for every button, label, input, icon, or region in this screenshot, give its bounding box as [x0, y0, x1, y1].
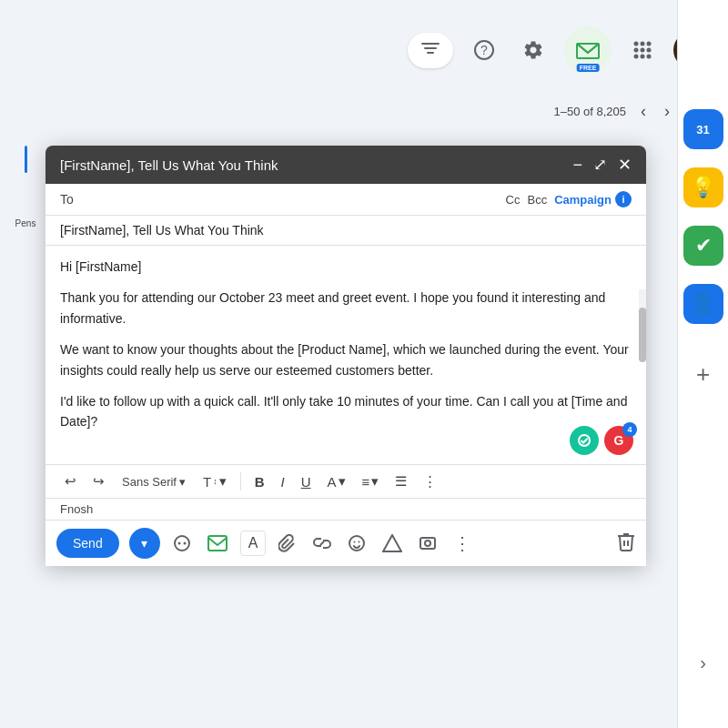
compose-body[interactable]: Hi [FirstName] Thank you for attending o… — [46, 246, 646, 464]
cc-button[interactable]: Cc — [506, 193, 521, 207]
close-button[interactable]: ✕ — [618, 155, 632, 175]
font-color-bottom-button[interactable]: A — [240, 531, 267, 556]
compose-subject-row: [FirstName], Tell Us What You Think — [46, 216, 646, 246]
list-button[interactable]: ☰ — [390, 470, 411, 492]
list-icon: ☰ — [395, 473, 407, 490]
body-para2: We want to know your thoughts about the … — [60, 339, 632, 380]
italic-button[interactable]: I — [277, 471, 289, 492]
emoji-button[interactable] — [344, 531, 369, 556]
compose-window: [FirstName], Tell Us What You Think − ⤢ … — [46, 146, 646, 566]
svg-point-8 — [647, 42, 652, 46]
grammarly-badge: 4 — [622, 422, 637, 437]
notes-sidebar-button[interactable]: 💡 — [683, 167, 723, 207]
svg-point-17 — [177, 542, 180, 545]
grammarly-button[interactable]: G 4 — [604, 426, 633, 455]
attach-button[interactable] — [275, 531, 300, 556]
font-family-select[interactable]: Sans Serif ▾ — [116, 472, 191, 491]
cc-bcc-group: Cc Bcc — [506, 193, 548, 207]
pens-label: Pens — [15, 218, 36, 228]
notes-icon: 💡 — [691, 176, 715, 199]
photo-button[interactable] — [415, 531, 440, 556]
gmail-send-button[interactable] — [204, 531, 231, 555]
font-size-icon: T — [203, 474, 211, 490]
align-icon: ≡ — [362, 474, 370, 490]
right-sidebar: 31 💡 ✔ 👤 + › — [677, 0, 728, 728]
font-size-button[interactable]: T↕▾ — [198, 470, 231, 492]
left-accent-bar — [25, 146, 27, 173]
svg-text:?: ? — [480, 43, 488, 57]
svg-point-15 — [579, 435, 590, 446]
campaign-label: Campaign — [554, 193, 612, 207]
left-panel: Pens — [0, 127, 51, 582]
calendar-icon: 31 — [696, 123, 709, 136]
plugin-overlay: G 4 — [570, 426, 633, 455]
minimize-button[interactable]: − — [572, 156, 582, 175]
redo-button[interactable]: ↪ — [88, 470, 109, 492]
sidebar-chevron-icon[interactable]: › — [700, 652, 706, 673]
compose-title: [FirstName], Tell Us What You Think — [60, 157, 278, 173]
calendar-sidebar-button[interactable]: 31 — [683, 109, 723, 149]
tasks-sidebar-button[interactable]: ✔ — [683, 226, 723, 266]
font-color-button[interactable]: A ▾ — [323, 470, 350, 492]
delete-button[interactable] — [617, 531, 635, 556]
svg-point-14 — [647, 55, 652, 59]
send-button[interactable]: Send — [56, 529, 119, 558]
prev-page-button[interactable]: ‹ — [637, 100, 650, 123]
gmail-icon[interactable]: FREE — [564, 26, 612, 74]
font-family-label: Sans Serif — [122, 475, 177, 489]
subject-text[interactable]: [FirstName], Tell Us What You Think — [60, 223, 264, 238]
more-options-button[interactable]: ⋮ — [450, 529, 475, 558]
svg-point-18 — [183, 542, 186, 545]
send-label: Send — [73, 536, 103, 551]
next-page-button[interactable]: › — [661, 100, 673, 123]
bold-button[interactable]: B — [250, 471, 269, 492]
contacts-icon: 👤 — [691, 292, 715, 316]
pagination-row: 1–50 of 8,205 ‹ › — [0, 100, 728, 130]
body-para3: I'd like to follow up with a quick call.… — [60, 391, 632, 432]
top-bar-icons: ? FREE e — [408, 26, 710, 74]
svg-point-6 — [634, 42, 639, 46]
font-color-chevron-icon: ▾ — [339, 473, 346, 490]
drive-button[interactable] — [379, 531, 406, 556]
svg-point-11 — [647, 48, 652, 53]
font-color-icon: A — [328, 474, 337, 490]
expand-button[interactable]: ⤢ — [593, 155, 607, 175]
apps-button[interactable] — [624, 32, 661, 68]
svg-point-13 — [641, 55, 645, 59]
plugin-green-button[interactable] — [570, 426, 599, 455]
filter-button[interactable] — [408, 33, 453, 68]
compose-scrollbar[interactable] — [639, 289, 646, 355]
add-sidebar-button[interactable]: + — [696, 360, 710, 389]
bottom-action-bar: Send ▾ A — [46, 520, 646, 566]
compose-to-row: To Cc Bcc Campaign i — [46, 184, 646, 216]
undo-button[interactable]: ↩ — [60, 470, 81, 492]
send-dropdown-button[interactable]: ▾ — [129, 528, 160, 559]
bcc-button[interactable]: Bcc — [527, 193, 547, 207]
toolbar-separator-1 — [240, 472, 241, 490]
contacts-sidebar-button[interactable]: 👤 — [683, 284, 723, 324]
top-bar: ? FREE e — [0, 0, 728, 100]
to-input[interactable] — [86, 192, 499, 207]
svg-point-9 — [634, 48, 639, 53]
more-format-button[interactable]: ⋮ — [419, 470, 441, 492]
body-greeting: Hi [FirstName] — [60, 257, 632, 277]
svg-rect-24 — [420, 538, 435, 549]
formatting-button[interactable] — [169, 531, 195, 556]
formatting-toolbar: ↩ ↪ Sans Serif ▾ T↕▾ B I U A ▾ ≡ ▾ ☰ ⋮ — [46, 464, 646, 498]
align-chevron-icon: ▾ — [371, 473, 379, 490]
campaign-info-icon: i — [615, 191, 632, 207]
svg-point-10 — [641, 48, 645, 53]
signature-area: Fnosh — [46, 498, 646, 520]
settings-button[interactable] — [515, 32, 551, 68]
help-button[interactable]: ? — [466, 32, 502, 68]
signature-label: Fnosh — [60, 502, 93, 516]
compose-header: [FirstName], Tell Us What You Think − ⤢ … — [46, 146, 646, 184]
svg-point-21 — [354, 541, 356, 543]
compose-scrollbar-thumb — [639, 308, 646, 362]
campaign-button[interactable]: Campaign i — [554, 191, 632, 207]
free-badge: FREE — [577, 64, 600, 72]
font-color-bottom-icon: A — [248, 535, 258, 551]
link-button[interactable] — [309, 531, 335, 556]
underline-button[interactable]: U — [297, 471, 316, 492]
align-button[interactable]: ≡ ▾ — [358, 470, 384, 492]
